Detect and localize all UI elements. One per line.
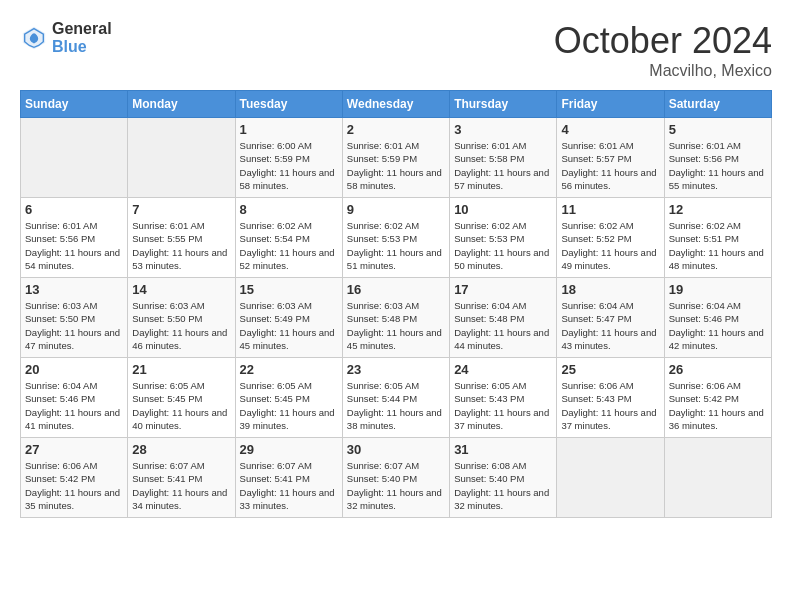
- header-day: Tuesday: [235, 91, 342, 118]
- day-info: Sunrise: 6:03 AMSunset: 5:48 PMDaylight:…: [347, 299, 445, 352]
- day-number: 12: [669, 202, 767, 217]
- calendar-body: 1Sunrise: 6:00 AMSunset: 5:59 PMDaylight…: [21, 118, 772, 518]
- day-info: Sunrise: 6:04 AMSunset: 5:46 PMDaylight:…: [669, 299, 767, 352]
- calendar-week: 1Sunrise: 6:00 AMSunset: 5:59 PMDaylight…: [21, 118, 772, 198]
- day-number: 1: [240, 122, 338, 137]
- logo-text: General Blue: [52, 20, 112, 55]
- day-number: 4: [561, 122, 659, 137]
- day-number: 23: [347, 362, 445, 377]
- calendar-cell: 10Sunrise: 6:02 AMSunset: 5:53 PMDayligh…: [450, 198, 557, 278]
- day-number: 21: [132, 362, 230, 377]
- location: Macvilho, Mexico: [554, 62, 772, 80]
- calendar-table: SundayMondayTuesdayWednesdayThursdayFrid…: [20, 90, 772, 518]
- calendar-cell: 24Sunrise: 6:05 AMSunset: 5:43 PMDayligh…: [450, 358, 557, 438]
- calendar-week: 20Sunrise: 6:04 AMSunset: 5:46 PMDayligh…: [21, 358, 772, 438]
- calendar-cell: [557, 438, 664, 518]
- day-info: Sunrise: 6:04 AMSunset: 5:48 PMDaylight:…: [454, 299, 552, 352]
- calendar-cell: 4Sunrise: 6:01 AMSunset: 5:57 PMDaylight…: [557, 118, 664, 198]
- day-info: Sunrise: 6:02 AMSunset: 5:51 PMDaylight:…: [669, 219, 767, 272]
- day-info: Sunrise: 6:07 AMSunset: 5:40 PMDaylight:…: [347, 459, 445, 512]
- day-info: Sunrise: 6:02 AMSunset: 5:53 PMDaylight:…: [454, 219, 552, 272]
- calendar-cell: 18Sunrise: 6:04 AMSunset: 5:47 PMDayligh…: [557, 278, 664, 358]
- header-day: Thursday: [450, 91, 557, 118]
- calendar-cell: 1Sunrise: 6:00 AMSunset: 5:59 PMDaylight…: [235, 118, 342, 198]
- calendar-cell: [128, 118, 235, 198]
- day-number: 10: [454, 202, 552, 217]
- day-number: 28: [132, 442, 230, 457]
- title-block: October 2024 Macvilho, Mexico: [554, 20, 772, 80]
- logo-general: General: [52, 20, 112, 38]
- month-title: October 2024: [554, 20, 772, 62]
- day-number: 30: [347, 442, 445, 457]
- calendar-cell: 29Sunrise: 6:07 AMSunset: 5:41 PMDayligh…: [235, 438, 342, 518]
- calendar-cell: 20Sunrise: 6:04 AMSunset: 5:46 PMDayligh…: [21, 358, 128, 438]
- calendar-cell: [21, 118, 128, 198]
- day-info: Sunrise: 6:01 AMSunset: 5:56 PMDaylight:…: [25, 219, 123, 272]
- logo-icon: [20, 24, 48, 52]
- day-number: 27: [25, 442, 123, 457]
- day-number: 2: [347, 122, 445, 137]
- calendar-cell: 27Sunrise: 6:06 AMSunset: 5:42 PMDayligh…: [21, 438, 128, 518]
- calendar-cell: 6Sunrise: 6:01 AMSunset: 5:56 PMDaylight…: [21, 198, 128, 278]
- day-number: 6: [25, 202, 123, 217]
- header-day: Friday: [557, 91, 664, 118]
- calendar-cell: 22Sunrise: 6:05 AMSunset: 5:45 PMDayligh…: [235, 358, 342, 438]
- calendar-cell: 8Sunrise: 6:02 AMSunset: 5:54 PMDaylight…: [235, 198, 342, 278]
- day-info: Sunrise: 6:01 AMSunset: 5:56 PMDaylight:…: [669, 139, 767, 192]
- calendar-cell: 19Sunrise: 6:04 AMSunset: 5:46 PMDayligh…: [664, 278, 771, 358]
- day-info: Sunrise: 6:02 AMSunset: 5:52 PMDaylight:…: [561, 219, 659, 272]
- day-info: Sunrise: 6:02 AMSunset: 5:54 PMDaylight:…: [240, 219, 338, 272]
- calendar-cell: 15Sunrise: 6:03 AMSunset: 5:49 PMDayligh…: [235, 278, 342, 358]
- day-number: 7: [132, 202, 230, 217]
- calendar-cell: 25Sunrise: 6:06 AMSunset: 5:43 PMDayligh…: [557, 358, 664, 438]
- calendar-cell: 28Sunrise: 6:07 AMSunset: 5:41 PMDayligh…: [128, 438, 235, 518]
- calendar-cell: 2Sunrise: 6:01 AMSunset: 5:59 PMDaylight…: [342, 118, 449, 198]
- calendar-cell: 14Sunrise: 6:03 AMSunset: 5:50 PMDayligh…: [128, 278, 235, 358]
- day-info: Sunrise: 6:01 AMSunset: 5:58 PMDaylight:…: [454, 139, 552, 192]
- day-info: Sunrise: 6:05 AMSunset: 5:45 PMDaylight:…: [132, 379, 230, 432]
- day-number: 14: [132, 282, 230, 297]
- calendar-cell: 12Sunrise: 6:02 AMSunset: 5:51 PMDayligh…: [664, 198, 771, 278]
- day-number: 24: [454, 362, 552, 377]
- day-info: Sunrise: 6:07 AMSunset: 5:41 PMDaylight:…: [132, 459, 230, 512]
- calendar-cell: 16Sunrise: 6:03 AMSunset: 5:48 PMDayligh…: [342, 278, 449, 358]
- day-info: Sunrise: 6:03 AMSunset: 5:49 PMDaylight:…: [240, 299, 338, 352]
- day-info: Sunrise: 6:00 AMSunset: 5:59 PMDaylight:…: [240, 139, 338, 192]
- day-number: 26: [669, 362, 767, 377]
- header-row: SundayMondayTuesdayWednesdayThursdayFrid…: [21, 91, 772, 118]
- day-number: 13: [25, 282, 123, 297]
- page-header: General Blue October 2024 Macvilho, Mexi…: [20, 20, 772, 80]
- calendar-week: 13Sunrise: 6:03 AMSunset: 5:50 PMDayligh…: [21, 278, 772, 358]
- calendar-cell: 31Sunrise: 6:08 AMSunset: 5:40 PMDayligh…: [450, 438, 557, 518]
- calendar-cell: 11Sunrise: 6:02 AMSunset: 5:52 PMDayligh…: [557, 198, 664, 278]
- day-info: Sunrise: 6:05 AMSunset: 5:44 PMDaylight:…: [347, 379, 445, 432]
- calendar-week: 27Sunrise: 6:06 AMSunset: 5:42 PMDayligh…: [21, 438, 772, 518]
- calendar-cell: 9Sunrise: 6:02 AMSunset: 5:53 PMDaylight…: [342, 198, 449, 278]
- calendar-cell: 17Sunrise: 6:04 AMSunset: 5:48 PMDayligh…: [450, 278, 557, 358]
- logo: General Blue: [20, 20, 112, 55]
- day-info: Sunrise: 6:02 AMSunset: 5:53 PMDaylight:…: [347, 219, 445, 272]
- calendar-cell: 3Sunrise: 6:01 AMSunset: 5:58 PMDaylight…: [450, 118, 557, 198]
- calendar-cell: 13Sunrise: 6:03 AMSunset: 5:50 PMDayligh…: [21, 278, 128, 358]
- day-info: Sunrise: 6:07 AMSunset: 5:41 PMDaylight:…: [240, 459, 338, 512]
- day-info: Sunrise: 6:03 AMSunset: 5:50 PMDaylight:…: [132, 299, 230, 352]
- calendar-week: 6Sunrise: 6:01 AMSunset: 5:56 PMDaylight…: [21, 198, 772, 278]
- calendar-cell: 7Sunrise: 6:01 AMSunset: 5:55 PMDaylight…: [128, 198, 235, 278]
- logo-blue: Blue: [52, 38, 112, 56]
- day-info: Sunrise: 6:04 AMSunset: 5:46 PMDaylight:…: [25, 379, 123, 432]
- day-number: 15: [240, 282, 338, 297]
- day-number: 20: [25, 362, 123, 377]
- day-number: 16: [347, 282, 445, 297]
- calendar-cell: 5Sunrise: 6:01 AMSunset: 5:56 PMDaylight…: [664, 118, 771, 198]
- day-number: 8: [240, 202, 338, 217]
- header-day: Monday: [128, 91, 235, 118]
- day-number: 18: [561, 282, 659, 297]
- calendar-cell: 23Sunrise: 6:05 AMSunset: 5:44 PMDayligh…: [342, 358, 449, 438]
- day-info: Sunrise: 6:04 AMSunset: 5:47 PMDaylight:…: [561, 299, 659, 352]
- day-number: 5: [669, 122, 767, 137]
- day-info: Sunrise: 6:08 AMSunset: 5:40 PMDaylight:…: [454, 459, 552, 512]
- day-info: Sunrise: 6:05 AMSunset: 5:43 PMDaylight:…: [454, 379, 552, 432]
- calendar-cell: 30Sunrise: 6:07 AMSunset: 5:40 PMDayligh…: [342, 438, 449, 518]
- day-number: 25: [561, 362, 659, 377]
- day-number: 31: [454, 442, 552, 457]
